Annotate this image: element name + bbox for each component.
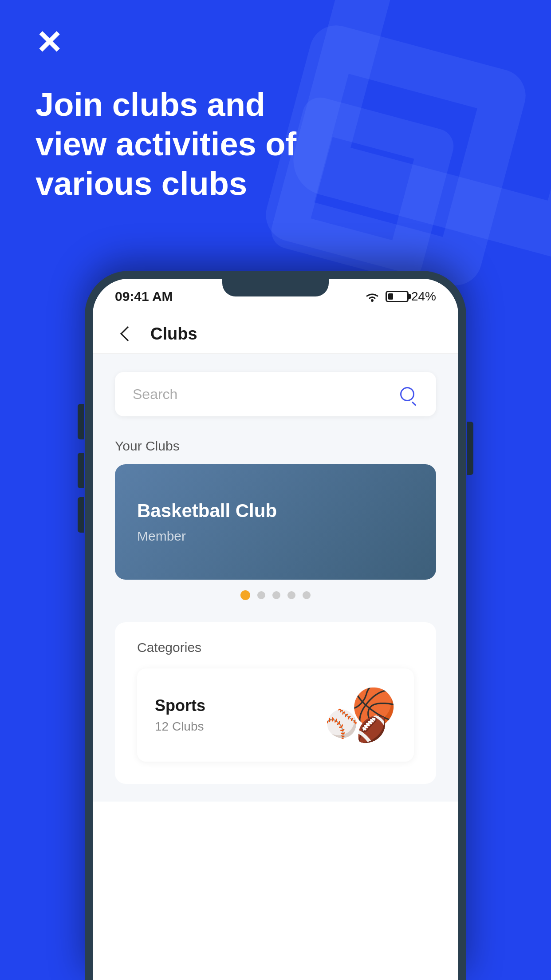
dot-3	[272, 591, 280, 599]
header-area: ✕ Join clubs and view activities of vari…	[35, 27, 311, 203]
your-clubs-label: Your Clubs	[115, 439, 436, 454]
battery-icon: 24%	[386, 289, 436, 304]
nav-bar: Clubs	[93, 314, 458, 354]
categories-label: Categories	[137, 640, 414, 655]
status-icons: 24%	[364, 289, 436, 304]
football-icon: 🏈	[356, 715, 387, 744]
wifi-icon	[364, 291, 380, 302]
dot-5	[303, 591, 311, 599]
category-card-sports[interactable]: Sports 12 Clubs 🏀 ⚾ 🏈	[137, 668, 414, 762]
page-title: Clubs	[150, 324, 197, 344]
battery-percentage: 24%	[411, 289, 436, 304]
phone-outer-frame: 09:41 AM 24%	[85, 271, 466, 980]
notch	[222, 279, 329, 296]
your-clubs-section: Your Clubs Basketball Club Member	[115, 439, 436, 600]
category-name: Sports	[155, 696, 205, 715]
sports-emoji-cluster: 🏀 ⚾ 🏈	[325, 686, 396, 744]
phone-screen: 09:41 AM 24%	[93, 279, 458, 980]
search-placeholder-text: Search	[133, 386, 396, 403]
dot-4	[287, 591, 295, 599]
categories-section: Categories Sports 12 Clubs 🏀 ⚾ 🏈	[115, 622, 436, 784]
app-tagline: Join clubs and view activities of variou…	[35, 85, 311, 203]
search-bar[interactable]: Search	[115, 372, 436, 416]
svg-point-0	[371, 299, 374, 302]
category-count: 12 Clubs	[155, 719, 205, 734]
dot-2	[257, 591, 265, 599]
app-logo: ✕	[35, 27, 311, 59]
search-icon	[400, 387, 414, 401]
main-scroll-area: Search Your Clubs Basketball Club Member	[93, 354, 458, 802]
dot-1	[240, 590, 250, 600]
status-bar: 09:41 AM 24%	[93, 279, 458, 314]
baseball-icon: ⚾	[325, 708, 358, 739]
battery-fill	[388, 293, 393, 300]
club-card-basketball[interactable]: Basketball Club Member	[115, 464, 436, 580]
club-card-name: Basketball Club	[137, 500, 414, 522]
back-button[interactable]	[115, 323, 137, 345]
pagination-dots	[115, 590, 436, 600]
battery-bar	[386, 291, 409, 302]
app-content: Clubs Search Your Clubs	[93, 314, 458, 980]
search-icon-wrap	[396, 383, 418, 405]
back-arrow-icon	[120, 326, 135, 341]
category-info: Sports 12 Clubs	[155, 696, 205, 734]
status-time: 09:41 AM	[115, 289, 173, 304]
phone-mockup: 09:41 AM 24%	[85, 271, 466, 980]
club-card-role: Member	[137, 529, 414, 544]
